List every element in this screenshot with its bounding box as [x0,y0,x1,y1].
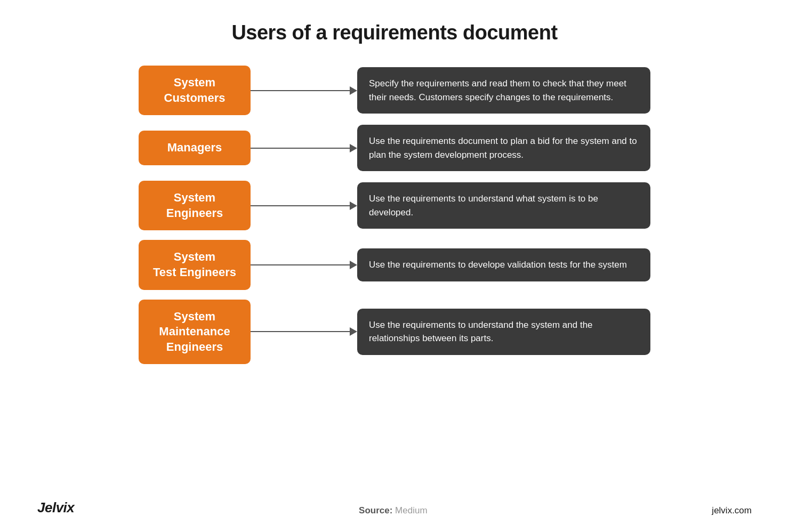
arrow-managers [251,144,357,152]
label-system-customers: System Customers [139,66,251,115]
desc-system-maintenance-engineers: Use the requirements to understand the s… [357,309,650,355]
source-credit: Source: Medium [359,505,428,516]
arrowhead-icon [350,327,357,336]
arrowhead-icon [350,261,357,269]
label-system-engineers: System Engineers [139,181,251,230]
arrow-system-engineers [251,201,357,210]
desc-system-test-engineers: Use the requirements to develope validat… [357,248,650,281]
row-system-engineers: System EngineersUse the requirements to … [139,181,650,230]
label-system-maintenance-engineers: System Maintenance Engineers [139,300,251,365]
desc-managers: Use the requirements document to plan a … [357,125,650,171]
arrow-system-test-engineers [251,261,357,269]
row-system-test-engineers: System Test EngineersUse the requirement… [139,240,650,289]
arrowhead-icon [350,201,357,210]
desc-system-engineers: Use the requirements to understand what … [357,182,650,229]
brand-right: jelvix.com [712,505,752,516]
diagram: System CustomersSpecify the requirements… [139,66,650,489]
arrowhead-icon [350,86,357,95]
arrow-system-customers [251,86,357,95]
label-system-test-engineers: System Test Engineers [139,240,251,289]
arrow-system-maintenance-engineers [251,327,357,336]
brand-left: Jelvix [37,499,74,516]
row-managers: ManagersUse the requirements document to… [139,125,650,171]
label-managers: Managers [139,131,251,165]
arrowhead-icon [350,144,357,152]
footer: Jelvix Source: Medium jelvix.com [32,499,757,516]
desc-system-customers: Specify the requirements and read them t… [357,67,650,114]
row-system-customers: System CustomersSpecify the requirements… [139,66,650,115]
page-title: Users of a requirements document [231,21,557,44]
page-container: Users of a requirements document System … [0,0,789,532]
row-system-maintenance-engineers: System Maintenance EngineersUse the requ… [139,300,650,365]
